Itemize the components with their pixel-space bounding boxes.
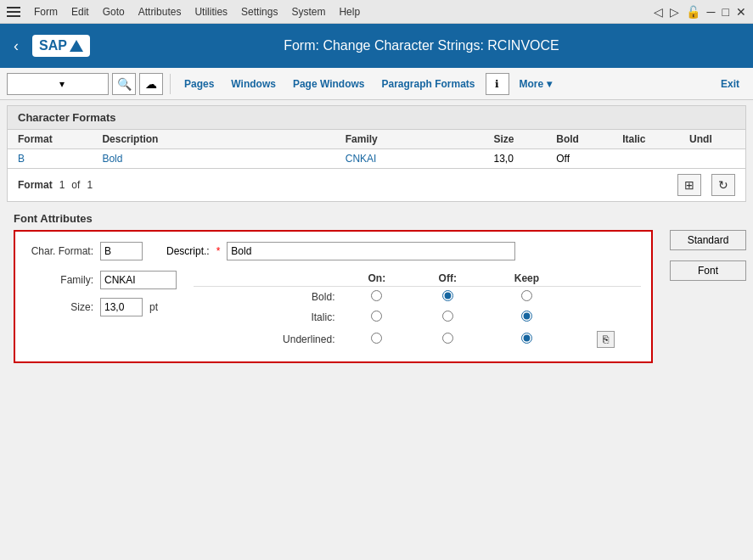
char-format-input[interactable] xyxy=(100,242,143,260)
of-label: of xyxy=(71,179,80,191)
minimize-btn[interactable]: ─ xyxy=(707,5,716,19)
attrs-content: Family: Size: pt xyxy=(25,271,641,351)
bold-keep-radio[interactable] xyxy=(521,290,532,301)
size-row: Size: pt xyxy=(25,298,177,316)
info-icon-btn[interactable]: ℹ xyxy=(486,73,509,95)
underlined-keep-radio[interactable] xyxy=(521,333,532,344)
keep-header: Keep xyxy=(483,271,570,287)
toolbar: ▾ 🔍 ☁ Pages Windows Page Windows Paragra… xyxy=(0,68,753,100)
windows-nav-btn[interactable]: Windows xyxy=(224,75,283,93)
italic-on-radio[interactable] xyxy=(371,311,382,322)
col-italic: Italic xyxy=(612,130,679,149)
pages-nav-btn[interactable]: Pages xyxy=(177,75,221,93)
nav-refresh-btn[interactable]: ↻ xyxy=(711,174,735,196)
character-formats-title: Character Formats xyxy=(8,106,745,130)
paragraph-formats-nav-btn[interactable]: Paragraph Formats xyxy=(375,75,482,93)
radio-table: On: Off: Keep Bold: xyxy=(194,271,641,351)
pt-label: pt xyxy=(149,301,158,313)
char-format-row: Char. Format: Descript.: * xyxy=(25,242,641,260)
nav-forward-icon[interactable]: ▷ xyxy=(670,5,679,19)
italic-cell xyxy=(612,149,679,169)
family-row: Family: xyxy=(25,271,177,289)
italic-keep-radio[interactable] xyxy=(521,311,532,322)
off-header: Off: xyxy=(412,271,483,287)
pagination-row: Format 1 of 1 ⊞ ↻ xyxy=(8,168,745,201)
menu-settings[interactable]: Settings xyxy=(241,6,278,18)
toolbar-dropdown[interactable]: ▾ xyxy=(7,73,109,95)
underlined-off-radio[interactable] xyxy=(442,333,453,344)
bold-on-radio[interactable] xyxy=(371,290,382,301)
character-formats-table: Format Description Family Size Bold Ital… xyxy=(8,130,745,168)
family-label: Family: xyxy=(25,274,93,286)
nav-back-icon[interactable]: ◁ xyxy=(654,5,663,19)
font-attributes-title: Font Attributes xyxy=(7,207,746,230)
nav-first-btn[interactable]: ⊞ xyxy=(677,174,701,196)
font-attributes-section: Font Attributes Char. Format: Descript.:… xyxy=(7,207,746,363)
bold-off-radio[interactable] xyxy=(442,290,453,301)
italic-radio-label: Italic: xyxy=(194,307,341,328)
font-button[interactable]: Font xyxy=(670,260,746,281)
menu-edit[interactable]: Edit xyxy=(71,6,89,18)
undl-cell xyxy=(679,149,745,169)
bold-radio-label: Bold: xyxy=(194,287,341,308)
page-title: Form: Change Character Strings: RCINVOCE xyxy=(100,38,743,53)
chevron-down-icon: ▾ xyxy=(59,78,104,90)
size-cell: 13,0 xyxy=(484,149,547,169)
menu-attributes[interactable]: Attributes xyxy=(138,6,182,18)
hamburger-menu[interactable] xyxy=(7,7,20,17)
size-input[interactable] xyxy=(100,298,143,316)
close-btn[interactable]: ✕ xyxy=(736,5,746,19)
family-input[interactable] xyxy=(100,271,177,289)
menu-help[interactable]: Help xyxy=(339,6,360,18)
title-bar: ‹ SAP Form: Change Character Strings: RC… xyxy=(0,24,753,68)
menu-bar: Form Edit Goto Attributes Utilities Sett… xyxy=(0,0,753,24)
required-star: * xyxy=(216,245,221,257)
underlined-radio-label: Underlined: xyxy=(194,328,341,351)
page-total: 1 xyxy=(87,179,93,191)
copy-button[interactable]: ⎘ xyxy=(597,331,615,348)
back-button[interactable]: ‹ xyxy=(10,34,22,59)
menu-system[interactable]: System xyxy=(291,6,325,18)
format-link[interactable]: B xyxy=(18,153,25,165)
descript-input[interactable] xyxy=(227,242,515,260)
menu-goto[interactable]: Goto xyxy=(103,6,125,18)
cloud-icon-btn[interactable]: ☁ xyxy=(139,73,163,95)
col-family: Family xyxy=(210,130,484,149)
page-windows-nav-btn[interactable]: Page Windows xyxy=(286,75,372,93)
menu-form[interactable]: Form xyxy=(34,6,58,18)
exit-btn[interactable]: Exit xyxy=(714,75,746,93)
format-label: Format xyxy=(18,179,53,191)
menu-utilities[interactable]: Utilities xyxy=(194,6,228,18)
chevron-down-icon: ▾ xyxy=(547,78,552,90)
standard-button[interactable]: Standard xyxy=(670,230,746,250)
family-link[interactable]: CNKAI xyxy=(346,153,377,165)
toolbar-separator xyxy=(170,74,171,94)
col-format: Format xyxy=(8,130,92,149)
underlined-on-radio[interactable] xyxy=(371,333,382,344)
side-buttons: Standard Font xyxy=(670,230,746,363)
on-header: On: xyxy=(341,271,412,287)
sap-logo: SAP xyxy=(32,35,90,57)
col-undl: Undl xyxy=(679,130,745,149)
more-btn[interactable]: More ▾ xyxy=(513,75,559,93)
col-size: Size xyxy=(484,130,547,149)
char-format-label: Char. Format: xyxy=(25,245,93,257)
page-current: 1 xyxy=(59,179,65,191)
size-label: Size: xyxy=(25,301,93,313)
search-icon-btn[interactable]: 🔍 xyxy=(112,73,136,95)
window-controls: ◁ ▷ 🔓 ─ □ ✕ xyxy=(654,5,746,19)
font-attributes-box: Char. Format: Descript.: * Family: Size: xyxy=(14,230,653,363)
descript-label: Descript.: xyxy=(166,245,210,257)
right-attrs: On: Off: Keep Bold: xyxy=(194,271,641,351)
italic-off-radio[interactable] xyxy=(442,311,453,322)
underlined-radio-row: Underlined: ⎘ xyxy=(194,328,641,351)
maximize-btn[interactable]: □ xyxy=(722,5,729,19)
col-bold: Bold xyxy=(546,130,612,149)
left-attrs: Family: Size: pt xyxy=(25,271,177,351)
description-link[interactable]: Bold xyxy=(102,153,122,165)
bold-cell: Off xyxy=(546,149,612,169)
table-row[interactable]: B Bold CNKAI 13,0 Off xyxy=(8,149,745,169)
col-description: Description xyxy=(92,130,209,149)
main-content: Character Formats Format Description Fam… xyxy=(7,105,746,202)
bold-radio-row: Bold: xyxy=(194,287,641,308)
